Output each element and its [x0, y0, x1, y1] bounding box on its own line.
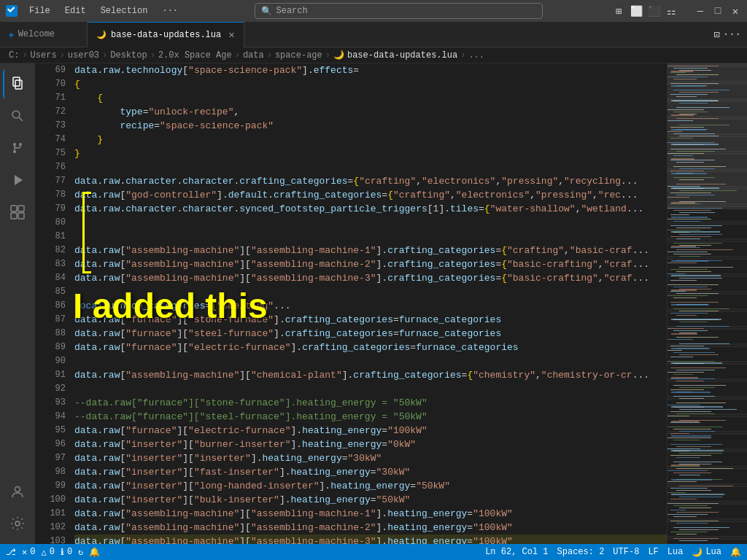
tabs-bar: ◈ Welcome 🌙 base-data-updates.lua ✕ ⊡ ··… [0, 22, 747, 47]
info-count: 0 [67, 547, 72, 557]
line-num-85: 85 [35, 285, 66, 299]
tab-welcome[interactable]: ◈ Welcome [0, 22, 88, 47]
close-button[interactable]: ✕ [729, 5, 741, 17]
svg-point-4 [13, 143, 16, 146]
code-line-85 [74, 285, 667, 299]
activity-item-accounts[interactable] [3, 477, 32, 506]
toggle-panel-button[interactable]: ⬛ [648, 5, 659, 17]
code-line-98: data.raw["inserter"]["fast-inserter"].he… [74, 465, 667, 479]
activity-bar [0, 63, 35, 544]
global-search-bar[interactable]: 🔍 Search [255, 3, 543, 19]
activity-item-extensions[interactable] [3, 198, 32, 227]
code-line-89: data.raw["furnace"]["electric-furnace"].… [74, 341, 667, 354]
indentation[interactable]: Spaces: 2 [557, 547, 605, 557]
activity-item-run[interactable] [3, 166, 32, 195]
language-mode[interactable]: Lua [667, 547, 684, 557]
tab-base-data-updates[interactable]: 🌙 base-data-updates.lua ✕ [88, 22, 244, 47]
tabs-actions: ⊡ ··· [713, 28, 747, 41]
breadcrumb-users[interactable]: Users [31, 50, 57, 61]
menu-bar: File Edit Selection ··· [23, 4, 184, 18]
code-line-86: local furnace_categories = {"smelting"..… [74, 299, 667, 313]
welcome-tab-icon: ◈ [9, 30, 14, 39]
line-num-81: 81 [35, 230, 66, 244]
code-line-96: data.raw["inserter"]["burner-inserter"].… [74, 438, 667, 451]
line-num-103: 103 [35, 534, 66, 544]
breadcrumb-c[interactable]: C: [9, 50, 19, 61]
notification-bell-icon: 🔔 [730, 547, 741, 558]
code-line-81 [74, 230, 667, 244]
source-control-status[interactable]: ⎇ [6, 547, 16, 558]
line-num-77: 77 [35, 174, 66, 188]
line-num-89: 89 [35, 341, 66, 354]
breadcrumb-space-age-2[interactable]: space-age [275, 50, 322, 61]
line-num-95: 95 [35, 424, 66, 438]
code-line-102: data.raw["assembling-machine"]["assembli… [74, 521, 667, 534]
sync-icon: ↻ [78, 547, 83, 558]
menu-edit[interactable]: Edit [59, 4, 92, 18]
layout-button[interactable]: ⊞ [613, 5, 624, 17]
code-line-77: data.raw.character.character.crafting_ca… [74, 174, 667, 188]
activity-item-search[interactable] [3, 101, 32, 131]
svg-rect-0 [13, 77, 20, 86]
line-num-72: 72 [35, 105, 66, 119]
code-line-103: data.raw["assembling-machine"]["assembli… [74, 534, 667, 544]
code-line-88: data.raw["furnace"]["steel-furnace"].cra… [74, 327, 667, 341]
code-line-78: data.raw["god-controller"].default.craft… [74, 188, 667, 202]
code-line-92 [74, 382, 667, 396]
code-editor[interactable]: data.raw.technology["space-science-pack"… [71, 63, 667, 544]
line-num-75: 75 [35, 147, 66, 160]
lua-status[interactable]: 🌙 Lua [692, 547, 721, 558]
code-line-80 [74, 216, 667, 230]
line-num-102: 102 [35, 521, 66, 534]
breadcrumb-desktop[interactable]: Desktop [110, 50, 147, 61]
activity-item-settings[interactable] [3, 509, 32, 538]
sync-status[interactable]: ↻ [78, 547, 83, 558]
svg-rect-10 [11, 213, 17, 219]
notification-bell[interactable]: 🔔 [730, 547, 741, 558]
activity-item-explorer[interactable] [3, 69, 32, 98]
error-icon: ✕ [22, 547, 27, 558]
notification-icon-status[interactable]: 🔔 [89, 547, 100, 558]
tab-base-data-updates-label: base-data-updates.lua [111, 30, 221, 40]
breadcrumb-lua-icon: 🌙 [333, 50, 344, 61]
indentation-text: Spaces: 2 [557, 547, 605, 557]
maximize-button[interactable]: □ [712, 5, 724, 17]
minimap[interactable] [667, 63, 747, 544]
code-line-71: { [74, 91, 667, 105]
breadcrumb-filename[interactable]: base-data-updates.lua [347, 50, 457, 61]
menu-more[interactable]: ··· [156, 4, 184, 18]
code-line-90 [74, 354, 667, 368]
breadcrumb-user03[interactable]: user03 [68, 50, 99, 61]
search-bar-placeholder: Search [276, 6, 308, 16]
title-bar-left: File Edit Selection ··· [6, 4, 184, 18]
errors-warnings[interactable]: ✕ 0 △ 0 ℹ 0 [22, 547, 72, 558]
tab-close-button[interactable]: ✕ [228, 28, 234, 41]
language-mode-text: Lua [667, 547, 684, 557]
code-line-73: recipe = "space-science-pack" [74, 119, 667, 133]
more-actions-button[interactable]: ··· [723, 28, 741, 41]
breadcrumb-space-age[interactable]: 2.0x Space Age [158, 50, 232, 61]
vscode-app-icon [6, 5, 18, 17]
svg-rect-11 [18, 213, 24, 219]
breadcrumb-more[interactable]: ... [468, 50, 484, 61]
activity-item-source-control[interactable] [3, 133, 32, 163]
status-bar-right: Ln 62, Col 1 Spaces: 2 UTF-8 LF Lua 🌙 Lu… [485, 547, 741, 558]
cursor-position-text: Ln 62, Col 1 [485, 547, 548, 557]
line-num-97: 97 [35, 451, 66, 465]
warning-count: 0 [50, 547, 55, 557]
breadcrumb-data[interactable]: data [243, 50, 264, 61]
customize-layout-button[interactable]: ⚏ [665, 5, 677, 17]
line-num-71: 71 [35, 91, 66, 105]
bell-icon: 🔔 [89, 547, 100, 558]
split-editor-button[interactable]: ⬜ [630, 5, 642, 17]
code-line-101: data.raw["assembling-machine"]["assembli… [74, 507, 667, 521]
line-ending[interactable]: LF [648, 547, 658, 557]
encoding[interactable]: UTF-8 [613, 547, 639, 557]
menu-file[interactable]: File [23, 4, 56, 18]
svg-rect-8 [11, 206, 17, 211]
cursor-position[interactable]: Ln 62, Col 1 [485, 547, 548, 557]
editor-layout-button[interactable]: ⊡ [713, 28, 719, 41]
line-num-86: 86 [35, 299, 66, 313]
minimize-button[interactable]: — [694, 5, 706, 17]
menu-selection[interactable]: Selection [95, 4, 154, 18]
